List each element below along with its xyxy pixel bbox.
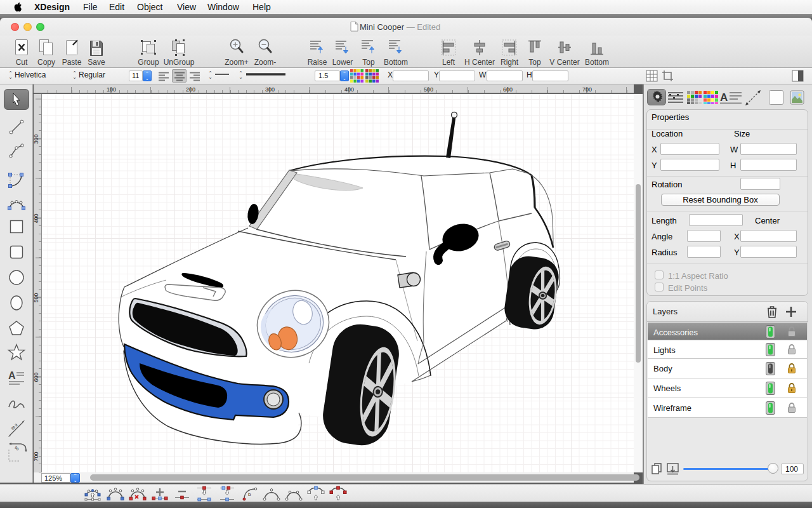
svg-text:A: A	[8, 370, 16, 381]
svg-text:b: b	[248, 491, 251, 497]
svg-text:90: 90	[14, 446, 20, 451]
svg-text:A: A	[720, 91, 728, 104]
svg-text:99.9: 99.9	[10, 423, 18, 431]
